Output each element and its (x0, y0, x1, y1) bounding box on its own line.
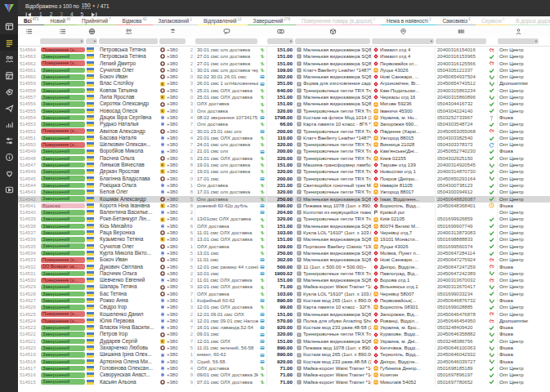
order-row[interactable]: 514534ЗавершенийКурта Микола Вікто...+38… (18, 250, 550, 256)
filter-dropdown-icon[interactable]: ▾ (81, 39, 83, 43)
order-row[interactable]: 514522ЗавершенийПетров Ігор+380209.01 см… (18, 331, 550, 337)
filter-dropdown-icon[interactable]: ▾ (535, 39, 537, 43)
order-row[interactable]: 514560ЗавершенийБокоч Иван+380002.02 30.… (18, 74, 550, 80)
order-row[interactable]: 514526ЗавершенийСвідро Ігор+380312.01 см… (18, 304, 550, 310)
header-payment-column[interactable] (266, 25, 294, 37)
sidebar-item-info[interactable] (0, 149, 18, 165)
order-row[interactable]: 514547ЗавершенийЛиньков Вячеслав+380819.… (18, 162, 550, 168)
order-row[interactable]: 514525Повернення (з...Кошеленко Данил+38… (18, 311, 550, 318)
order-row[interactable]: 514518ЗавершенийАртюхіна Олена Ми...+380… (18, 359, 550, 365)
sidebar-item-promo[interactable] (0, 83, 18, 100)
column-filter-select[interactable]: ▾ (267, 38, 293, 44)
sidebar-item-orders[interactable] (0, 34, 18, 51)
order-row[interactable]: 514532DO Возврат ок...Дукович Світлана+3… (18, 264, 550, 270)
order-row[interactable]: 514529ЗавершенийШапарь Тетяна+380910.01 … (18, 283, 550, 290)
sidebar-item-support[interactable] (0, 165, 18, 181)
order-row[interactable]: 514515ЗавершенийКасьян Альона+380907.01 … (18, 379, 550, 385)
order-row[interactable]: 514536ЗавершенийКузьменко Тетяна+380813.… (18, 236, 550, 243)
order-row[interactable]: 514539ЗавершенийРоке-Бетанкурт Лін...+38… (18, 216, 550, 222)
order-row[interactable]: 514519ЗавершенийШишкіна Іріна Олек...+38… (18, 351, 550, 358)
page-size-dropdown-icon[interactable]: ▾ (93, 3, 96, 8)
header-manager-column[interactable] (497, 25, 539, 37)
order-row[interactable]: 514552Повернення (з...Авилов Александр+3… (18, 128, 550, 135)
column-filter-input[interactable] (99, 38, 158, 44)
order-row[interactable]: 514521ЗавершенийДударев Сергій+380712.01… (18, 338, 550, 345)
manager-name: Фішка (497, 148, 539, 154)
header-status-column[interactable] (39, 25, 85, 37)
column-filter-input[interactable] (436, 38, 486, 44)
order-row[interactable]: 514531ЗавершенийПасічник Ольга+380210.01… (18, 270, 550, 277)
column-filter-input[interactable] (195, 38, 257, 44)
sidebar-item-broadcast[interactable] (0, 100, 18, 116)
column-filter-select[interactable]: ▾ (498, 38, 539, 44)
column-filter-input[interactable] (159, 38, 186, 44)
order-row[interactable]: 514557ЗавершенийЛила Ярослав+380025.01 с… (18, 94, 550, 100)
column-filter-select[interactable]: ▾ (372, 38, 434, 44)
sidebar-item-dashboard[interactable] (0, 18, 18, 34)
order-row[interactable]: 514558ЗавершенийКовпак Татьяна+380525.01… (18, 87, 550, 94)
order-row[interactable]: 514542ЗавершенийКошмак Александр+3805Олх… (18, 196, 550, 203)
order-row[interactable]: 514549ЗавершенийВоробйов Микола+380221.0… (18, 148, 550, 154)
client-phone: +380 (159, 331, 186, 337)
order-row[interactable]: 514553ЗавершенийРудько Наталья+3807Олх д… (18, 121, 550, 127)
order-row[interactable]: 514524Повернення (з...Юлія Первова+38041… (18, 318, 550, 324)
phone-number: +380 (167, 324, 178, 331)
ttn-status (487, 311, 497, 318)
order-row[interactable]: 514556ЗавершенийСиротюк Олександр+3803ОЛ… (18, 100, 550, 107)
filter-dropdown-icon[interactable]: ▾ (94, 39, 96, 43)
order-row[interactable]: 514548ЗавершенийПасічна Ольга+380623.01 … (18, 155, 550, 162)
header-delivery-column[interactable] (371, 25, 435, 37)
column-filter-select[interactable]: ▾ (40, 38, 84, 44)
column-filter-input[interactable] (295, 38, 370, 44)
filter-dropdown-icon[interactable]: ▾ (431, 39, 432, 43)
column-filter-select[interactable]: ▾ (86, 38, 97, 44)
order-row[interactable]: 514559ЗавершенийВлас Слотйоу+380326.01 с… (18, 80, 550, 87)
order-row[interactable]: 514564Повернення (з...Петровська Тетяна+… (18, 47, 550, 53)
page-size-value[interactable]: 150 (82, 2, 91, 9)
sidebar-item-tutorials[interactable] (0, 181, 18, 198)
filter-dropdown-icon[interactable]: ▾ (290, 39, 292, 43)
sidebar-item-shop[interactable] (0, 67, 18, 83)
app-logo-icon[interactable] (3, 3, 15, 13)
order-row[interactable]: 514516ЗавершенийСкворунская Анаст...+380… (18, 372, 550, 378)
order-row[interactable]: 514538ЗавершенийКісь Михайло+3806ОЛХ дос… (18, 223, 550, 229)
order-row[interactable]: 514535ЗавершенийСучилов Олег+3801ОЛХ дос… (18, 243, 550, 250)
order-row[interactable]: 514517ЗавершенийГоловінова Олексан...+38… (18, 365, 550, 372)
order-row[interactable]: 514562Повернення (з...Легкий Дмитро+3802… (18, 60, 550, 67)
order-comment: 10.01 смс ОЛХ доставка (195, 283, 258, 290)
order-row[interactable]: 514520ЗавершенийЗахарченко Любовь+380511… (18, 345, 550, 351)
sidebar-item-automation[interactable] (0, 132, 18, 149)
header-comment-column[interactable] (195, 25, 258, 37)
header-source-column[interactable] (85, 25, 98, 37)
header-phone-column[interactable] (159, 25, 186, 37)
contacts-icon (5, 55, 14, 64)
order-row[interactable]: 514550Повернення (з...Шелковин Олексан..… (18, 141, 550, 148)
order-row[interactable]: 514543ЗавершенийБелов Олег+380817.01 смс… (18, 189, 550, 195)
order-row[interactable]: 514541ВідмоваКоротя Ніна Іванівна+3808ро… (18, 203, 550, 209)
order-row[interactable]: 514540ЗавершенийВалентина Василье...+380… (18, 209, 550, 216)
order-row[interactable]: 514563ЗавершенийПетровська Тетяна+380227… (18, 53, 550, 60)
header-ttn-column[interactable] (435, 25, 487, 37)
header-sort-id[interactable] (18, 25, 39, 37)
order-row[interactable]: 514546ЗавершенийДеркач Ярослав+380219.01… (18, 168, 550, 175)
order-row[interactable]: 514554ЗавершенийДацюк Віра Сергіївна+380… (18, 114, 550, 121)
sidebar-item-statistics[interactable] (0, 116, 18, 132)
order-row[interactable]: 514561ЗавершенийСучилов Олег+380130.01 с… (18, 67, 550, 74)
order-row[interactable]: 514551ЗавершенийБасова Наталя+380423.01 … (18, 135, 550, 141)
order-comment: 30.01 23.01 смс олх (195, 128, 258, 135)
order-row[interactable]: 514544ЗавершенийРокіцька Ольга+3801Олх д… (18, 182, 550, 189)
ttn-status (487, 135, 497, 141)
ukrposhta-icon (373, 183, 378, 188)
order-row[interactable]: 514537ЗавершенийРаца Вероніка+380611.01 … (18, 229, 550, 236)
order-row[interactable]: 514523ЗавершенийВласюк Ніна Васили...+38… (18, 324, 550, 331)
sidebar-item-contacts[interactable] (0, 51, 18, 67)
order-row[interactable]: 514527ЗавершенийРожко Анна+3801Кофейный … (18, 297, 550, 304)
header-product-column[interactable] (294, 25, 371, 37)
delivery: Курахове, Відді... (371, 331, 435, 337)
header-client-column[interactable] (98, 25, 159, 37)
order-row[interactable]: 514528ЗавершенийБас Тетяна+3807ОЛХ доста… (18, 291, 550, 297)
order-row[interactable]: 514545ЗавершенийБлагінна Владіслава+3800… (18, 176, 550, 182)
order-row[interactable]: 514555ЗавершенийНовосад Олеся+3803Олх до… (18, 108, 550, 114)
order-row[interactable]: 514530Повернення (з...Шевченко Евгений+3… (18, 277, 550, 283)
order-row[interactable]: 514533Повернення (з...Бокоч Иван+380011.… (18, 256, 550, 263)
